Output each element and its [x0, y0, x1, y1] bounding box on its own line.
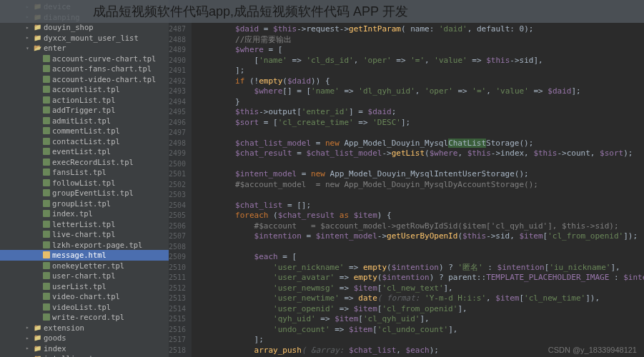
tree-item-account-video-chart-tpl[interactable]: account-video-chart.tpl [0, 74, 169, 85]
code-line[interactable]: 'user_newtime' => date( format: 'Y-m-d H… [197, 293, 644, 304]
tree-item-fanslist-tpl[interactable]: fansList.tpl [0, 167, 169, 178]
tree-item-accountlist-tpl[interactable]: accountlist.tpl [0, 84, 169, 95]
line-number: 2501 [169, 169, 186, 180]
code-line[interactable]: $this->output['enter_id'] = $daid; [197, 107, 644, 118]
tpl-icon [43, 179, 50, 186]
code-line[interactable]: $sort = ['cl_create_time' => 'DESC']; [197, 118, 644, 129]
line-number: 2511 [169, 273, 186, 283]
line-number: 2514 [169, 304, 186, 315]
code-line[interactable]: } [197, 97, 644, 108]
line-number: 2489 [169, 45, 186, 56]
tree-item-grouplist-tpl[interactable]: groupList.tpl [0, 198, 169, 209]
line-number: 2518 [169, 346, 186, 356]
tree-item-execrecordlist-tpl[interactable]: execRecordList.tpl [0, 157, 169, 168]
code-editor[interactable]: 2487248824892490249124922493249424952496… [169, 0, 644, 357]
tree-item-account-curve-chart-tpl[interactable]: account-curve-chart.tpl [0, 54, 169, 64]
code-area[interactable]: $daid = $this->request->getIntParam( nam… [192, 0, 644, 357]
arrow-icon: ▾ [26, 45, 33, 51]
code-line[interactable]: 'user_newmsg' => $item['cl_new_text'], [197, 283, 644, 294]
tpl-icon [43, 55, 50, 62]
tree-item-userlist-tpl[interactable]: userList.tpl [0, 281, 169, 292]
code-line[interactable]: $where[] = ['name' => 'dl_qyh_uid', 'ope… [197, 86, 644, 97]
tree-item-onekeyletter-tpl[interactable]: onekeyLetter.tpl [0, 261, 169, 271]
tree-label: accountlist.tpl [52, 85, 120, 94]
code-line[interactable]: 'undo_count' => $item['cl_undo_count'], [197, 325, 644, 336]
tree-label: commentList.tpl [52, 126, 120, 135]
tree-item-eventlist-tpl[interactable]: eventList.tpl [0, 146, 169, 157]
line-number: 2491 [169, 66, 186, 76]
tree-item-addtrigger-tpl[interactable]: addTrigger.tpl [0, 105, 169, 116]
code-line[interactable]: #$account_model = new App_Model_Douyin_M… [197, 180, 644, 191]
tree-label: extension [44, 323, 84, 332]
arrow-icon: ▸ [26, 335, 33, 341]
tree-item-lzkh-export-page-tpl[interactable]: lzkh-export-page.tpl [0, 240, 169, 251]
tree-item-write-record-tpl[interactable]: write-record.tpl [0, 312, 169, 323]
code-line[interactable]: 'user_avatar' => empty($intention) ? par… [197, 273, 644, 283]
tree-item-goods[interactable]: ▸goods [0, 333, 169, 343]
tree-item-douyin-shop[interactable]: ▸douyin_shop [0, 22, 169, 33]
tree-item-contactlist-tpl[interactable]: contactList.tpl [0, 136, 169, 147]
tree-label: index.tpl [52, 209, 93, 218]
tree-label: message.html [52, 251, 106, 259]
code-line[interactable]: 'user_openid' => $item['cl_from_openid']… [197, 304, 644, 315]
tree-item-message-html[interactable]: message.html [0, 250, 169, 261]
tree-item-account-fans-chart-tpl[interactable]: account-fans-chart.tpl [0, 64, 169, 74]
folder-icon [33, 34, 41, 42]
code-line[interactable]: $daid = $this->request->getIntParam( nam… [197, 24, 644, 35]
tree-label: account-video-chart.tpl [52, 75, 156, 84]
tpl-icon [43, 241, 50, 248]
line-number: 2502 [169, 180, 186, 191]
line-number: 2493 [169, 86, 186, 97]
code-line[interactable] [197, 242, 644, 253]
code-line[interactable]: 'user_nickname' => empty($intention) ? '… [197, 263, 644, 273]
tree-label: goods [44, 333, 66, 342]
code-line[interactable] [197, 159, 644, 170]
code-line[interactable]: $chat_list = []; [197, 201, 644, 211]
line-number: 2503 [169, 190, 186, 201]
tree-item-videolist-tpl[interactable]: videoList.tpl [0, 302, 169, 313]
code-line[interactable] [197, 128, 644, 139]
code-line[interactable]: 'qyh_uid' => $item['cl_qyh_uid'], [197, 314, 644, 325]
code-line[interactable]: $intention = $intent_model->getUserByOpe… [197, 231, 644, 242]
code-line[interactable]: $each = [ [197, 252, 644, 263]
code-line[interactable]: #$account = $account_model->getRowByIdSi… [197, 221, 644, 232]
tree-item-live-chart-tpl[interactable]: live-chart.tpl [0, 229, 169, 240]
tree-item-dyxcx-mount-user-list[interactable]: ▸dyxcx_mount_user_list [0, 33, 169, 44]
line-number: 2504 [169, 201, 186, 211]
line-number: 2517 [169, 335, 186, 346]
tree-label: dyxcx_mount_user_list [44, 34, 139, 42]
folder-open-icon [33, 44, 41, 52]
tree-item-extension[interactable]: ▸extension [0, 323, 169, 333]
code-line[interactable]: if (!empty($daid)) { [197, 76, 644, 87]
tree-item-video-chart-tpl[interactable]: video-chart.tpl [0, 291, 169, 302]
tree-item-index[interactable]: ▸index [0, 343, 169, 354]
tree-item-enter[interactable]: ▾enter [0, 43, 169, 54]
code-line[interactable]: ['name' => 'cl_ds_id', 'oper' => '=', 'v… [197, 56, 644, 66]
tree-item-groupeventlist-tpl[interactable]: groupEventList.tpl [0, 188, 169, 198]
tree-item-followlist-tpl[interactable]: followList.tpl [0, 178, 169, 188]
tree-item-index-tpl[interactable]: index.tpl [0, 208, 169, 219]
tree-item-intelligent[interactable]: ▸intelligent [0, 353, 169, 357]
watermark: CSDN @y_18339948121 [548, 346, 637, 354]
code-line[interactable]: ]; [197, 66, 644, 76]
tree-item-user-chart-tpl[interactable]: user-chart.tpl [0, 271, 169, 281]
arrow-icon: ▸ [26, 345, 33, 351]
code-line[interactable]: //应用需要输出 [197, 35, 644, 46]
code-line[interactable]: foreach ($chat_result as $item) { [197, 211, 644, 221]
tree-item-commentlist-tpl[interactable]: commentList.tpl [0, 126, 169, 136]
tree-item-admitlist-tpl[interactable]: admitList.tpl [0, 116, 169, 126]
tree-item-letterlist-tpl[interactable]: letterList.tpl [0, 219, 169, 230]
code-line[interactable]: $intent_model = new App_Model_Douyin_Mys… [197, 169, 644, 180]
code-line[interactable]: $where = [ [197, 45, 644, 56]
code-line[interactable] [197, 190, 644, 201]
folder-icon [33, 344, 41, 353]
tree-item-actionlist-tpl[interactable]: actionList.tpl [0, 95, 169, 106]
tpl-icon [43, 106, 50, 114]
code-line[interactable]: $chat_list_model = new App_Model_Douyin_… [197, 139, 644, 149]
tpl-icon [43, 96, 50, 104]
code-line[interactable]: $chat_result = $chat_list_model->getList… [197, 149, 644, 159]
project-tree[interactable]: ▸device▸dianping▸douyin_shop▸dyxcx_mount… [0, 0, 169, 357]
tpl-icon [43, 200, 50, 207]
code-line[interactable]: ]; [197, 335, 644, 346]
folder-icon [33, 354, 41, 357]
